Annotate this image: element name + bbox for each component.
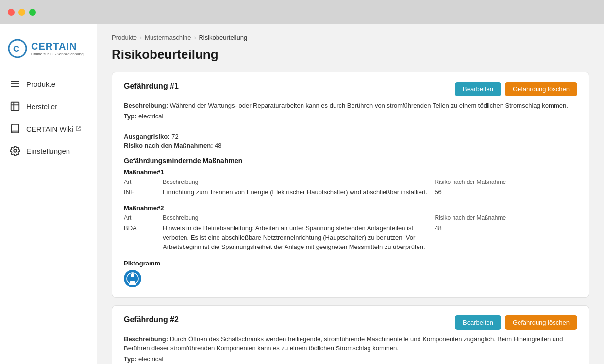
maximize-button[interactable] xyxy=(29,9,36,16)
measure-1-beschreibung: Einrichtung zum Trennen von Energie (Ele… xyxy=(163,186,435,198)
breadcrumb-sep-1: › xyxy=(140,34,142,41)
edit-button-1[interactable]: Bearbeiten xyxy=(455,82,501,96)
sidebar-item-certain-wiki[interactable]: CERTAIN Wiki xyxy=(0,117,97,140)
measure-1-table: Art Beschreibung Risiko nach der Maßnahm… xyxy=(124,179,577,198)
col-header-desc-1: Beschreibung xyxy=(163,179,435,186)
close-button[interactable] xyxy=(8,9,15,16)
col-header-art-2: Art xyxy=(124,215,163,222)
measures-section: Gefährdungsmindernde Maßnahmen Maßnahme#… xyxy=(124,157,577,287)
sidebar-nav: Produkte Hersteller CERTAIN Wiki xyxy=(0,73,97,162)
sidebar-item-hersteller[interactable]: Hersteller xyxy=(0,95,97,117)
breadcrumb-sep-2: › xyxy=(194,34,196,41)
measure-2-table: Art Beschreibung Risiko nach der Maßnahm… xyxy=(124,215,577,253)
delete-button-2[interactable]: Gefährdung löschen xyxy=(505,315,577,330)
card-1-header: Gefährdung #1 Bearbeiten Gefährdung lösc… xyxy=(124,82,577,96)
logo-icon: C xyxy=(8,39,27,58)
measure-1-row: INH Einrichtung zum Trennen von Energie … xyxy=(124,186,577,198)
measure-2-risiko: 48 xyxy=(435,222,577,253)
logo-area: C CERTAIN Online zur CE-Kennzeichnung xyxy=(0,34,97,73)
gefahr-2-title: Gefährdung #2 xyxy=(124,315,179,324)
svg-text:C: C xyxy=(13,44,19,54)
measure-2-name: Maßnahme#2 xyxy=(124,204,577,212)
breadcrumb-produkte[interactable]: Produkte xyxy=(112,34,137,41)
pictogram-section: Piktogramm xyxy=(124,260,577,287)
sidebar: C CERTAIN Online zur CE-Kennzeichnung Pr… xyxy=(0,24,97,364)
minimize-button[interactable] xyxy=(18,9,25,16)
col-header-risk-1: Risiko nach der Maßnahme xyxy=(435,179,577,186)
building-icon xyxy=(10,101,20,112)
svg-rect-5 xyxy=(11,102,19,111)
logo-text: CERTAIN Online zur CE-Kennzeichnung xyxy=(31,41,84,57)
svg-point-8 xyxy=(14,149,17,152)
measure-1-name: Maßnahme#1 xyxy=(124,168,577,176)
logo-title: CERTAIN xyxy=(31,41,84,52)
pictogram-svg xyxy=(126,272,139,285)
measure-2-block: Maßnahme#2 Art Beschreibung Risiko nach … xyxy=(124,204,577,253)
gefahr-2-card: Gefährdung #2 Bearbeiten Gefährdung lösc… xyxy=(112,305,589,364)
card-1-btn-group: Bearbeiten Gefährdung löschen xyxy=(455,82,577,96)
sidebar-item-produkte[interactable]: Produkte xyxy=(0,73,97,95)
card-2-btn-group: Bearbeiten Gefährdung löschen xyxy=(455,315,577,330)
card-1-risiko-nach-massnahmen: Risiko nach den Maßnahmen: 48 xyxy=(124,142,577,149)
card-1-ausgangrisiko: Ausgangrisiko: 72 xyxy=(124,133,577,140)
logo-subtitle: Online zur CE-Kennzeichnung xyxy=(31,52,84,57)
app-container: C CERTAIN Online zur CE-Kennzeichnung Pr… xyxy=(0,24,604,364)
col-header-desc-2: Beschreibung xyxy=(163,215,435,222)
card-2-type: Typ: electrical xyxy=(124,355,577,363)
col-header-art-1: Art xyxy=(124,179,163,186)
svg-point-9 xyxy=(131,273,134,277)
measures-title: Gefährdungsmindernde Maßnahmen xyxy=(124,157,577,165)
page-title: Risikobeurteilung xyxy=(112,47,589,62)
measure-1-art: INH xyxy=(124,186,163,198)
sidebar-item-label-produkte: Produkte xyxy=(26,80,55,88)
col-header-risk-2: Risiko nach der Maßnahme xyxy=(435,215,577,222)
sidebar-item-einstellungen[interactable]: Einstellungen xyxy=(0,140,97,162)
external-link-icon xyxy=(75,126,81,132)
sidebar-item-label-einstellungen: Einstellungen xyxy=(26,147,70,155)
sidebar-item-label-wiki: CERTAIN Wiki xyxy=(26,125,81,133)
breadcrumb: Produkte › Mustermaschine › Risikobeurte… xyxy=(112,34,589,41)
measure-1-risiko: 56 xyxy=(435,186,577,198)
card-1-divider xyxy=(124,127,577,127)
list-icon xyxy=(10,79,20,89)
card-2-description: Beschreibung: Durch Öffnen des Schaltsch… xyxy=(124,334,577,353)
measure-1-block: Maßnahme#1 Art Beschreibung Risiko nach … xyxy=(124,168,577,198)
pictogram-label: Piktogramm xyxy=(124,260,577,267)
gefahr-1-title: Gefährdung #1 xyxy=(124,82,179,91)
pictogram-icon xyxy=(124,270,141,287)
card-1-type: Typ: electrical xyxy=(124,113,577,120)
breadcrumb-current: Risikobeurteilung xyxy=(199,34,247,41)
book-icon xyxy=(10,123,20,134)
measure-2-beschreibung: Hinweis in die Betriebsanleitung: Arbeit… xyxy=(163,222,435,253)
main-content: Produkte › Mustermaschine › Risikobeurte… xyxy=(97,24,604,364)
sidebar-item-label-hersteller: Hersteller xyxy=(26,102,57,111)
edit-button-2[interactable]: Bearbeiten xyxy=(455,315,501,330)
measure-2-art: BDA xyxy=(124,222,163,253)
card-1-description: Beschreibung: Während der Wartungs- oder… xyxy=(124,101,577,111)
settings-icon xyxy=(10,146,20,156)
breadcrumb-mustermaschine[interactable]: Mustermaschine xyxy=(145,34,191,41)
gefahr-1-card: Gefährdung #1 Bearbeiten Gefährdung lösc… xyxy=(112,72,589,298)
card-2-header: Gefährdung #2 Bearbeiten Gefährdung lösc… xyxy=(124,315,577,330)
delete-button-1[interactable]: Gefährdung löschen xyxy=(505,82,577,96)
title-bar xyxy=(0,0,604,24)
measure-2-row: BDA Hinweis in die Betriebsanleitung: Ar… xyxy=(124,222,577,253)
